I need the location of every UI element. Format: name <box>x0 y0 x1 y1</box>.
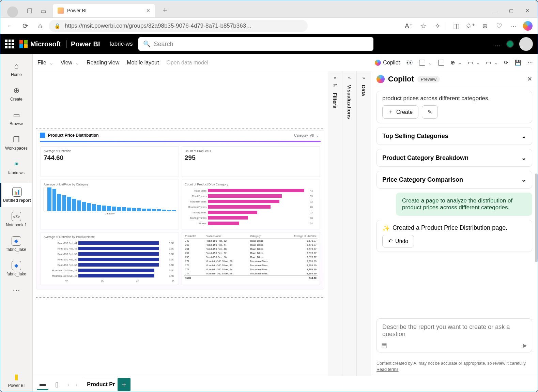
tab-actions-icon[interactable]: ▭ <box>37 5 49 17</box>
read-terms-link[interactable]: Read terms <box>376 367 399 372</box>
new-tab-button[interactable]: ＋ <box>161 5 169 15</box>
extensions-icon[interactable]: ✧ <box>431 19 444 32</box>
more-menu-icon[interactable]: ⋯ <box>507 19 520 32</box>
chart-count-by-category[interactable]: Count of ProductID by Category Road Bike… <box>182 180 320 229</box>
app-launcher-icon[interactable] <box>5 40 14 48</box>
toolbar-refresh-icon[interactable]: ⟳ <box>504 59 508 66</box>
stack-icon: ❐ <box>12 135 21 145</box>
tab-close-icon[interactable]: ✕ <box>146 8 150 13</box>
table-product-listprice[interactable]: ProductIDProductNameCategoryAverage of L… <box>182 232 320 285</box>
workspace-name-label: fabric-ws <box>110 41 133 47</box>
nav-fabric-ws[interactable]: ⚭fabric-ws <box>0 155 32 180</box>
user-prompt-bubble: Create a page to analyze the distributio… <box>396 193 532 216</box>
nav-more[interactable]: ⋯ <box>0 281 32 299</box>
expand-filters-icon[interactable]: « <box>334 75 337 80</box>
undo-button[interactable]: ↶Undo <box>382 235 414 247</box>
nav-home[interactable]: ⌂Home <box>0 57 32 81</box>
chart-avg-by-productname[interactable]: Average of ListPrice by ProductName Road… <box>41 232 179 285</box>
copilot-close-button[interactable]: ✕ <box>527 75 532 83</box>
add-page-button[interactable]: ＋ <box>118 378 130 391</box>
chart-avg-by-category[interactable]: Average of ListPrice by Category Categor… <box>41 180 179 229</box>
nav-lake-1[interactable]: ◆fabric_lake <box>0 232 32 256</box>
global-search-input[interactable]: 🔍 Search <box>138 37 373 51</box>
home-icon: ⌂ <box>12 61 21 71</box>
toolbar-shapes-icon[interactable] <box>438 60 444 66</box>
send-icon[interactable]: ➤ <box>522 342 527 350</box>
tab-favicon-icon <box>58 7 64 14</box>
suggestion-top-selling[interactable]: Top Selling Categories⌄ <box>376 127 532 145</box>
performance-icon[interactable]: ♡ <box>493 19 506 32</box>
toolbar-copilot-button[interactable]: Copilot <box>375 60 400 66</box>
toolbar-bookmark-icon[interactable]: ▭ <box>486 59 498 66</box>
nav-notebook[interactable]: </>Notebook 1 <box>0 207 32 232</box>
undo-icon: ↶ <box>388 238 393 244</box>
pencil-icon: ✎ <box>428 109 432 115</box>
browser-tab-strip: ❐ ▭ Power BI ✕ ＋ ― ▢ ✕ <box>0 0 538 17</box>
url-input[interactable]: 🔒 https://msit.powerbi.com/groups/32a98b… <box>49 20 308 32</box>
toolbar-text-box-icon[interactable] <box>419 60 432 66</box>
toolbar-more-icon[interactable]: ⋯ <box>527 59 533 66</box>
card-count-productid[interactable]: Count of ProductID 295 <box>182 146 320 177</box>
mobile-layout-icon[interactable]: ▯ <box>51 379 63 390</box>
lakehouse-icon: ◆ <box>12 236 21 246</box>
nav-create[interactable]: ⊕Create <box>0 81 32 106</box>
favorites-bar-icon[interactable]: ✩⁺ <box>464 19 477 32</box>
status-indicator-icon[interactable] <box>506 40 514 48</box>
nav-refresh-button[interactable]: ⟳ <box>19 19 32 32</box>
nav-home-button[interactable]: ⌂ <box>34 19 47 32</box>
window-close-button[interactable]: ✕ <box>520 4 535 17</box>
data-pane-collapsed[interactable]: « Data <box>356 71 371 376</box>
nav-lake-2[interactable]: ◆fabric_lake <box>0 256 32 281</box>
read-aloud-icon[interactable]: A⁺ <box>402 19 415 32</box>
suggestion-category-breakdown[interactable]: Product Category Breakdown⌄ <box>376 149 532 167</box>
nav-browse[interactable]: ▭Browse <box>0 106 32 131</box>
card-avg-listprice[interactable]: Average of ListPrice 744.60 <box>41 146 179 177</box>
browser-profile-avatar[interactable] <box>7 6 18 17</box>
lock-icon: 🔒 <box>54 23 61 29</box>
toolbar-buttons-icon[interactable]: ⊕ <box>450 59 462 66</box>
category-slicer[interactable]: Category All ⌄ <box>294 134 321 137</box>
toolbar-save-icon[interactable]: 💾 <box>514 59 521 66</box>
expand-viz-icon[interactable]: « <box>348 75 351 80</box>
toolbar-file-menu[interactable]: File <box>37 60 53 66</box>
scrollbar[interactable] <box>535 174 538 262</box>
create-suggestion-button[interactable]: ＋Create <box>382 105 418 119</box>
suggestion-price-comparison[interactable]: Price Category Comparison⌄ <box>376 171 532 189</box>
collections-icon[interactable]: ⊕ <box>478 19 491 32</box>
tab-prev-button[interactable]: ‹ <box>65 382 71 387</box>
favorite-icon[interactable]: ☆ <box>417 19 430 32</box>
workspaces-icon[interactable]: ❐ <box>24 5 36 17</box>
nav-back-button[interactable]: ← <box>4 19 17 32</box>
tab-title: Power BI <box>67 8 143 13</box>
toolbar-view-menu[interactable]: View <box>61 60 79 66</box>
powerbi-icon: ▮ <box>12 372 21 382</box>
tab-next-button[interactable]: › <box>74 382 80 387</box>
expand-data-icon[interactable]: « <box>363 75 365 80</box>
edit-suggestion-button[interactable]: ✎ <box>422 105 438 119</box>
filters-pane-collapsed[interactable]: « ⇄ Filters <box>328 71 342 376</box>
toolbar-reading-view[interactable]: Reading view <box>87 60 119 66</box>
desktop-layout-icon[interactable]: ▬ <box>37 379 48 390</box>
toolbar-mobile-layout[interactable]: Mobile layout <box>127 60 159 66</box>
split-screen-icon[interactable]: ◫ <box>450 19 463 32</box>
visualizations-pane-collapsed[interactable]: « Visualizations <box>342 71 356 376</box>
nav-powerbi-footer[interactable]: ▮Power BI <box>0 368 32 392</box>
chevron-down-icon: ⌄ <box>521 154 526 162</box>
toolbar-explorer-icon[interactable]: 👀 <box>406 59 413 66</box>
copilot-browser-icon[interactable] <box>521 19 534 32</box>
header-more-icon[interactable]: … <box>494 40 501 48</box>
nav-untitled-report[interactable]: 📊Untitled report <box>0 183 32 207</box>
page-tab-active[interactable]: Product Pr <box>82 378 115 391</box>
report-title: Product Price Distribution <box>48 133 99 138</box>
report-visual-container[interactable]: Product Price Distribution Category All … <box>36 130 324 289</box>
data-source-icon[interactable]: ▤ <box>381 342 387 350</box>
window-minimize-button[interactable]: ― <box>488 4 503 17</box>
browser-tab[interactable]: Power BI ✕ <box>53 4 155 17</box>
user-avatar[interactable] <box>519 37 533 51</box>
nav-workspaces[interactable]: ❐Workspaces <box>0 131 32 155</box>
report-toolbar: File View Reading view Mobile layout Ope… <box>33 54 538 71</box>
copilot-response-bubble: ✨Created a Product Price Distribution pa… <box>376 220 532 252</box>
toolbar-visual-icon[interactable]: ▭ <box>468 59 480 66</box>
window-maximize-button[interactable]: ▢ <box>504 4 519 17</box>
report-canvas[interactable]: Product Price Distribution Category All … <box>33 71 328 376</box>
